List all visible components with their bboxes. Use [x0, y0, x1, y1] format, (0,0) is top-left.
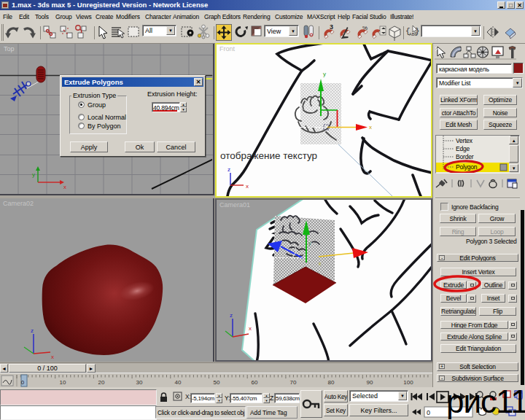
svg-text:40: 40 — [175, 379, 182, 386]
svg-text:y: y — [32, 171, 35, 178]
svg-text:z: z — [228, 166, 230, 173]
svg-text:100: 100 — [403, 379, 413, 386]
svg-text:z: z — [31, 327, 34, 334]
svg-text:z: z — [230, 312, 233, 319]
svg-text:x: x — [246, 183, 249, 190]
svg-text:20: 20 — [98, 379, 105, 386]
svg-text:0: 0 — [21, 379, 25, 386]
svg-text:10: 10 — [60, 379, 66, 386]
svg-text:%: % — [362, 25, 368, 31]
svg-text:0: 0 — [427, 409, 430, 416]
svg-text:x: x — [369, 124, 372, 131]
svg-text:отображение текстур: отображение текстур — [220, 150, 317, 161]
svg-text:60: 60 — [252, 379, 258, 386]
svg-text:90: 90 — [367, 379, 373, 386]
svg-text:x: x — [63, 184, 66, 190]
svg-text:70: 70 — [290, 379, 297, 386]
svg-text:3: 3 — [330, 23, 333, 31]
svg-text:30: 30 — [136, 379, 143, 386]
svg-text:x: x — [319, 261, 322, 266]
svg-text:y: y — [308, 241, 311, 246]
svg-text:x: x — [51, 354, 54, 360]
svg-text:y: y — [323, 71, 326, 77]
svg-text:50: 50 — [214, 379, 220, 386]
svg-text:80: 80 — [328, 379, 335, 386]
svg-text:x: x — [249, 325, 252, 332]
